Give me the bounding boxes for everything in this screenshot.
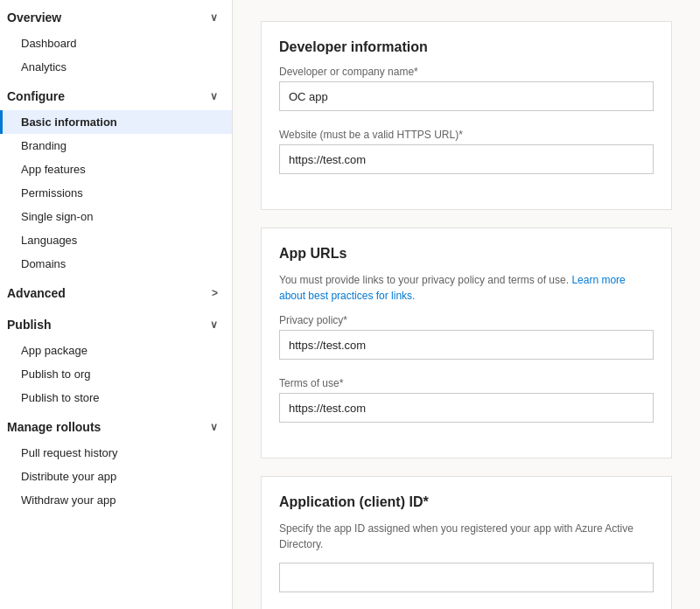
sidebar-chevron-configure: ∨ bbox=[210, 90, 218, 102]
developer-name-label: Developer or company name* bbox=[279, 66, 654, 78]
app-client-id-card: Application (client) ID* Specify the app… bbox=[261, 476, 672, 609]
sidebar-chevron-publish: ∨ bbox=[210, 318, 218, 331]
sidebar-section-label-manage-rollouts: Manage rollouts bbox=[7, 420, 101, 434]
developer-info-title: Developer information bbox=[279, 39, 654, 55]
sidebar-item-publish-to-store[interactable]: Publish to store bbox=[0, 386, 232, 410]
developer-info-card: Developer information Developer or compa… bbox=[261, 21, 672, 210]
terms-of-use-label: Terms of use* bbox=[279, 377, 654, 389]
sidebar-section-configure[interactable]: Configure∨ bbox=[0, 79, 232, 110]
terms-of-use-input[interactable] bbox=[279, 393, 654, 423]
app-client-id-input[interactable] bbox=[279, 563, 654, 592]
sidebar-item-withdraw-your-app[interactable]: Withdraw your app bbox=[0, 488, 232, 512]
website-label: Website (must be a valid HTTPS URL)* bbox=[279, 129, 654, 141]
app-client-id-group bbox=[279, 563, 654, 592]
sidebar-item-single-sign-on[interactable]: Single sign-on bbox=[0, 205, 232, 228]
privacy-policy-input[interactable] bbox=[279, 330, 654, 360]
sidebar-section-label-advanced: Advanced bbox=[7, 286, 66, 300]
app-urls-card: App URLs You must provide links to your … bbox=[261, 228, 672, 458]
sidebar-section-label-overview: Overview bbox=[7, 10, 61, 24]
app-client-id-description: Specify the app ID assigned when you reg… bbox=[279, 521, 654, 552]
app-urls-desc-text: You must provide links to your privacy p… bbox=[279, 274, 569, 286]
sidebar-section-manage-rollouts[interactable]: Manage rollouts∨ bbox=[0, 410, 232, 441]
main-content: Developer information Developer or compa… bbox=[233, 0, 700, 609]
website-input[interactable] bbox=[279, 144, 654, 174]
sidebar-section-publish[interactable]: Publish∨ bbox=[0, 307, 232, 339]
privacy-policy-label: Privacy policy* bbox=[279, 314, 654, 326]
sidebar-item-app-package[interactable]: App package bbox=[0, 339, 232, 362]
sidebar-chevron-overview: ∨ bbox=[210, 11, 218, 24]
sidebar-item-languages[interactable]: Languages bbox=[0, 228, 232, 252]
terms-of-use-group: Terms of use* bbox=[279, 377, 654, 423]
app-urls-title: App URLs bbox=[279, 246, 654, 262]
developer-name-group: Developer or company name* bbox=[279, 66, 654, 111]
sidebar: Overview∨DashboardAnalyticsConfigure∨Bas… bbox=[0, 0, 233, 609]
sidebar-item-domains[interactable]: Domains bbox=[0, 252, 232, 276]
sidebar-item-app-features[interactable]: App features bbox=[0, 158, 232, 181]
sidebar-chevron-manage-rollouts: ∨ bbox=[210, 421, 218, 433]
developer-name-input[interactable] bbox=[279, 81, 654, 111]
sidebar-section-advanced[interactable]: Advanced> bbox=[0, 276, 232, 307]
sidebar-item-permissions[interactable]: Permissions bbox=[0, 181, 232, 205]
app-urls-description: You must provide links to your privacy p… bbox=[279, 272, 654, 304]
sidebar-section-label-publish: Publish bbox=[7, 318, 52, 332]
sidebar-section-label-configure: Configure bbox=[7, 89, 65, 103]
privacy-policy-group: Privacy policy* bbox=[279, 314, 654, 360]
sidebar-item-dashboard[interactable]: Dashboard bbox=[0, 32, 232, 55]
sidebar-item-branding[interactable]: Branding bbox=[0, 134, 232, 158]
website-group: Website (must be a valid HTTPS URL)* bbox=[279, 129, 654, 174]
sidebar-chevron-advanced: > bbox=[212, 287, 218, 299]
sidebar-item-publish-to-org[interactable]: Publish to org bbox=[0, 362, 232, 386]
app-client-id-title: Application (client) ID* bbox=[279, 494, 654, 510]
sidebar-item-analytics[interactable]: Analytics bbox=[0, 55, 232, 79]
sidebar-section-overview[interactable]: Overview∨ bbox=[0, 0, 232, 32]
sidebar-item-basic-information[interactable]: Basic information bbox=[0, 110, 232, 134]
sidebar-item-distribute-your-app[interactable]: Distribute your app bbox=[0, 465, 232, 488]
sidebar-item-pull-request-history[interactable]: Pull request history bbox=[0, 441, 232, 465]
